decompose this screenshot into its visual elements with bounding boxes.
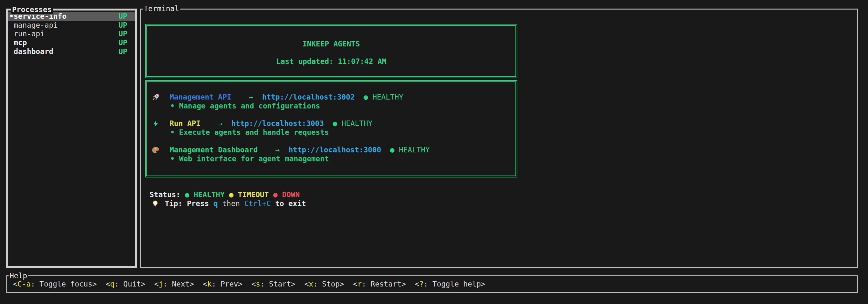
service-url[interactable]: http://localhost:3003 [231,119,324,128]
arrow-right-icon: → [249,93,253,102]
process-status-badge: UP [118,30,127,38]
service-description-text: Manage agents and configurations [179,102,320,111]
process-name: run-api [14,30,118,38]
service-row-run-api: Run API → http://localhost:3003 ● HEALTH… [147,119,516,128]
service-description: • Execute agents and handle requests [147,128,516,137]
help-shortcuts: <C-a: Toggle focus> <q: Quit> <j: Next> … [7,276,857,289]
shortcut-key: j [159,280,163,288]
process-name: dashboard [14,47,118,56]
arrow-right-icon: → [218,119,222,128]
status-legend: Status: ● HEALTHY ● TIMEOUT ● DOWN [150,191,300,199]
bullet-icon: • [170,102,175,111]
legend-down-label: DOWN [282,191,300,199]
service-health-status: HEALTHY [399,146,430,155]
process-status-badge: UP [118,38,127,47]
shortcut-key: r [357,280,362,288]
shortcut-next: <j: Next> [154,280,194,289]
process-status-badge: UP [118,12,127,21]
service-description: • Web interface for agent management [147,155,516,164]
service-description-text: Execute agents and handle requests [179,128,329,137]
terminal-panel-title: Terminal [143,4,180,13]
process-list: • service-info UP manage-api UP run-api … [8,12,135,56]
service-url[interactable]: http://localhost:3000 [288,146,381,155]
arrow-right-icon: → [275,146,280,155]
palette-icon [151,146,160,154]
process-name: mcp [14,38,118,47]
process-row-manage-api[interactable]: manage-api UP [8,21,135,30]
tip-press: Press [187,199,209,208]
process-row-dashboard[interactable]: dashboard UP [8,47,135,56]
health-dot-icon: ● [390,146,395,155]
banner-heading: INKEEP AGENTS [147,40,516,49]
tip-then: then [222,199,240,208]
shortcut-key: C-a [18,280,31,288]
bullet-icon: • [170,128,175,137]
shortcut-toggle-focus: <C-a: Toggle focus> [13,280,97,289]
tip-key-ctrl-c: Ctrl+C [244,199,271,208]
health-dot-icon: ● [364,93,368,102]
shortcut-key: k [207,280,212,288]
rocket-icon [151,93,160,101]
healthy-dot-icon: ● [185,191,189,199]
status-legend-label: Status: [150,191,180,199]
terminal-panel: Terminal INKEEP AGENTS Last updated: 11:… [140,9,858,268]
service-name: Run API [169,119,218,128]
zap-icon [151,120,160,128]
shortcut-quit: <q: Quit> [106,280,146,289]
process-row-mcp[interactable]: mcp UP [8,38,135,47]
legend-timeout-label: TIMEOUT [238,191,269,199]
process-name: manage-api [14,21,118,30]
help-panel: Help <C-a: Toggle focus> <q: Quit> <j: N… [6,275,858,293]
timeout-dot-icon: ● [229,191,234,199]
shortcut-start: <s: Start> [251,280,296,289]
shortcut-key: s [256,280,260,288]
service-health-status: HEALTHY [342,119,373,128]
service-name: Management Dashboard [169,146,275,155]
legend-healthy-label: HEALTHY [194,191,225,199]
service-description-text: Web interface for agent management [179,155,329,164]
services-box: Management API → http://localhost:3002 ●… [145,80,517,177]
service-url[interactable]: http://localhost:3002 [262,93,355,102]
help-panel-title: Help [8,272,28,280]
shortcut-toggle-help: <?: Toggle help> [415,280,486,289]
shortcut-restart: <r: Restart> [353,280,406,289]
tip-key-q: q [214,199,218,208]
shortcut-key: x [309,280,313,288]
process-row-run-api[interactable]: run-api UP [8,30,135,38]
service-health-status: HEALTHY [373,93,403,102]
shortcut-stop: <x: Stop> [305,280,344,289]
shortcut-prev: <k: Prev> [203,280,243,289]
shortcut-key: ? [419,280,424,288]
banner-last-updated: Last updated: 11:07:42 AM [147,57,516,66]
shortcut-key: q [110,280,115,288]
processes-panel: Processes • service-info UP manage-api U… [6,9,137,268]
service-row-management-api: Management API → http://localhost:3002 ●… [147,93,516,102]
process-status-badge: UP [118,21,127,30]
bullet-icon: • [170,155,175,164]
health-dot-icon: ● [333,119,337,128]
service-name: Management API [169,93,249,102]
terminal-screen: Processes • service-info UP manage-api U… [0,0,868,304]
processes-panel-title: Processes [11,5,53,14]
process-status-badge: UP [118,47,127,56]
tip-to-exit: to exit [275,199,306,208]
down-dot-icon: ● [273,191,278,199]
tip-label: Tip: [165,199,182,208]
lightbulb-icon [151,200,159,208]
banner-box: INKEEP AGENTS Last updated: 11:07:42 AM [145,24,517,78]
tip-line: Tip: Press q then Ctrl+C to exit [150,199,311,208]
service-description: • Manage agents and configurations [147,102,516,111]
service-row-management-dashboard: Management Dashboard → http://localhost:… [147,146,516,155]
